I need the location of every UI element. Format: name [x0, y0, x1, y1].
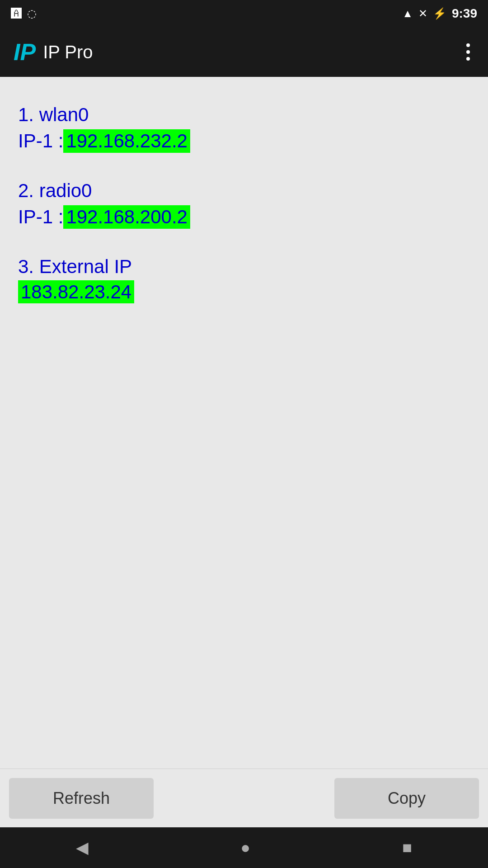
interface-entry-radio0: 2. radio0 IP-1 : 192.168.200.2: [18, 180, 470, 229]
wifi-status-icon: ▲: [402, 7, 413, 20]
sync-icon: ◌: [27, 7, 37, 20]
interface-entry-wlan0: 1. wlan0 IP-1 : 192.168.232.2: [18, 104, 470, 153]
navigation-bar: ◀ ● ■: [0, 827, 488, 868]
recents-nav-icon[interactable]: ■: [402, 838, 412, 857]
external-ip-section: 3. External IP 183.82.23.24: [18, 256, 470, 303]
home-nav-icon[interactable]: ●: [240, 838, 250, 857]
copy-button[interactable]: Copy: [334, 778, 479, 819]
ip-line-1: IP-1 : 192.168.232.2: [18, 129, 470, 153]
interface-number-2: 2.: [18, 180, 39, 201]
refresh-button[interactable]: Refresh: [9, 778, 154, 819]
app-title: IP Pro: [43, 42, 93, 62]
status-bar-left: 🅰 ◌: [11, 7, 37, 20]
battery-status-icon: ⚡: [433, 7, 446, 20]
status-bar: 🅰 ◌ ▲ ✕ ⚡ 9:39: [0, 0, 488, 27]
interface-name-2: 2. radio0: [18, 180, 470, 202]
status-bar-right: ▲ ✕ ⚡ 9:39: [402, 6, 477, 21]
ip-line-2: IP-1 : 192.168.200.2: [18, 205, 470, 229]
interface-label-2: radio0: [39, 180, 92, 201]
interface-label-1: wlan0: [39, 104, 89, 125]
external-ip-label: 3. External IP: [18, 256, 470, 278]
overflow-menu-button[interactable]: [462, 39, 474, 65]
main-content: 1. wlan0 IP-1 : 192.168.232.2 2. radio0 …: [0, 77, 488, 769]
signal-status-icon: ✕: [418, 7, 427, 20]
app-logo: IP: [14, 40, 36, 64]
ip-label-1: IP-1 :: [18, 130, 63, 152]
ip-value-2: 192.168.200.2: [63, 205, 190, 229]
status-time: 9:39: [452, 6, 477, 21]
interface-number-1: 1.: [18, 104, 39, 125]
back-nav-icon[interactable]: ◀: [76, 838, 89, 857]
external-ip-value: 183.82.23.24: [18, 280, 134, 303]
ip-label-2: IP-1 :: [18, 206, 63, 228]
ip-value-1: 192.168.232.2: [63, 129, 190, 153]
menu-dot-2: [466, 50, 470, 54]
app-bar-left: IP IP Pro: [14, 40, 93, 64]
bottom-button-bar: Refresh Copy: [0, 769, 488, 827]
notification-icon: 🅰: [11, 7, 22, 20]
menu-dot-3: [466, 57, 470, 61]
app-bar: IP IP Pro: [0, 27, 488, 77]
menu-dot-1: [466, 43, 470, 47]
interface-name-1: 1. wlan0: [18, 104, 470, 126]
